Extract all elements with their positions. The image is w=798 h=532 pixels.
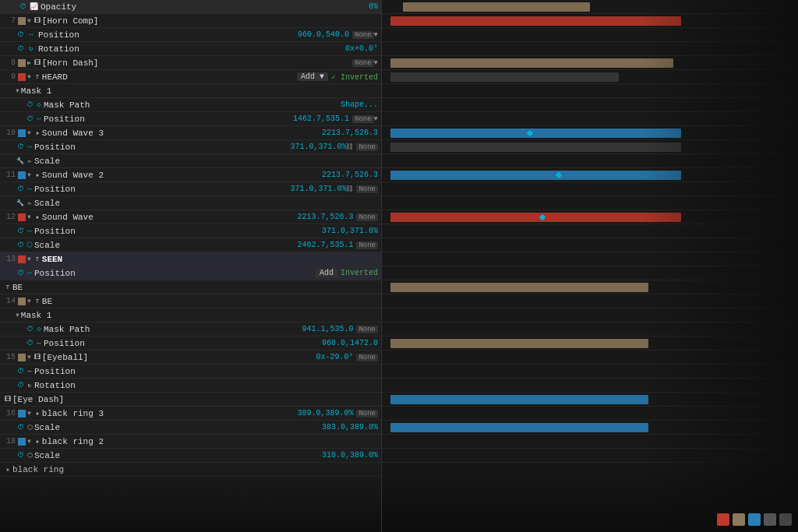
layer-value: 960.0,540.0	[298, 30, 349, 39]
layer-value: 2213.7,526.3	[322, 171, 378, 179]
layer-value: Shape...	[341, 100, 378, 109]
layer-row[interactable]: ⏱ ↔ Position 1462.7,535.1 None ▼	[0, 112, 381, 126]
position-icon: ↔	[34, 115, 44, 124]
timeline-row	[382, 365, 798, 379]
layer-row[interactable]: 8 ▶ 🎞 [Horn Dash] None ▼	[0, 56, 381, 70]
layer-row[interactable]: ⏱ ⬡ Scale 383.0,389.0%	[0, 421, 381, 435]
timeline-row	[382, 393, 798, 407]
dropdown-icon: ▼	[374, 115, 378, 123]
layer-row[interactable]: ⏱ ↻ Rotation	[0, 379, 381, 393]
layer-name: Mask 1	[21, 311, 378, 320]
expand-icon: ▼	[16, 87, 19, 94]
timeline-row	[382, 266, 798, 280]
layer-row[interactable]: T BE	[0, 280, 381, 294]
layer-name: Scale	[34, 241, 297, 250]
expand-icon: ▼	[27, 410, 31, 417]
layer-row[interactable]: 10 ▼ ★ Sound Wave 3 2213.7,526.3	[0, 126, 381, 140]
add-button[interactable]: Add ▼	[297, 72, 328, 81]
position-icon: ↔	[25, 367, 34, 376]
graph-icon: 📈	[29, 2, 38, 12]
add-button[interactable]: Add	[316, 269, 337, 277]
icon-blue	[748, 513, 761, 526]
layer-row[interactable]: ⏱ ↔ Position 371.0,371.0%	[0, 224, 381, 238]
layer-row[interactable]: ⏱ ⬡ Scale 310.0,389.0%	[0, 449, 381, 463]
timeline-row	[382, 421, 798, 435]
expand-icon: ▼	[27, 171, 31, 178]
layer-color	[18, 171, 26, 179]
layer-row[interactable]: ⏱ ⬡ Scale 2462.7,535.1 None	[0, 238, 381, 252]
layer-row[interactable]: 15 ▼ 🎞 [Eyeball] 0x-29.0° None	[0, 351, 381, 365]
timeline-bar	[390, 58, 673, 68]
layer-number: 8	[3, 58, 16, 67]
layer-row[interactable]: 16 ▼ ★ black ring 3 389.0,389.0% None	[0, 407, 381, 421]
layer-row[interactable]: ⏱ ↔ Position Add Inverted	[0, 266, 381, 280]
timeline-row	[382, 56, 798, 70]
layer-row[interactable]: 18 ▼ ★ black ring 2	[0, 435, 381, 449]
layer-row[interactable]: ⏱ ↔ Position 960.0,540.0 None ▼	[0, 28, 381, 42]
layer-name: black ring 2	[42, 437, 378, 446]
timeline-bar	[403, 2, 590, 12]
layer-number: 9	[3, 72, 16, 81]
layer-name: black ring	[12, 465, 378, 474]
none-badge: None	[356, 354, 378, 361]
layer-row[interactable]: 12 ▼ ★ Sound Wave 2213.7,526.3 None	[0, 210, 381, 224]
layer-row[interactable]: 11 ▼ ★ Sound Wave 2 2213.7,526.3	[0, 168, 381, 182]
layer-color	[18, 438, 26, 446]
timeline-row	[382, 112, 798, 126]
expand-icon: ▼	[27, 213, 31, 220]
star-icon: ★	[3, 465, 12, 474]
layer-row[interactable]: ⏱ ↔ Position	[0, 365, 381, 379]
timeline-row	[382, 0, 798, 14]
layer-number: 11	[3, 171, 16, 179]
layer-value: 383.0,389.0%	[322, 423, 378, 432]
timeline-bar	[390, 339, 648, 348]
layer-name: Sound Wave 3	[42, 129, 322, 138]
path-icon: ◇	[34, 100, 44, 110]
layer-row[interactable]: 🔧 ✏ Scale	[0, 154, 381, 168]
dropdown-icon: ▼	[374, 31, 378, 39]
stopwatch-icon: ⏱	[18, 2, 27, 12]
layer-row[interactable]: 7 ▼ 🎞 [Horn Comp]	[0, 14, 381, 28]
layer-row[interactable]: ⏱ 📈 Opacity 0%	[0, 0, 381, 14]
timeline-bar	[390, 423, 648, 432]
layer-color	[18, 410, 26, 417]
layer-row-seen[interactable]: 13 ▼ T SEEN	[0, 252, 381, 266]
layer-row-rotation[interactable]: ⏱ ↻ Rotation 0x+0.0°	[0, 42, 381, 56]
layer-row[interactable]: 9 ▼ T HEARD Add ▼ ✓ Inverted	[0, 70, 381, 84]
edit-icon: ✏	[25, 199, 34, 208]
stopwatch-icon: ⏱	[16, 423, 25, 432]
layer-row[interactable]: ▼ Mask 1	[0, 84, 381, 98]
layer-row[interactable]: ▼ Mask 1	[0, 308, 381, 322]
layer-name: black ring 3	[42, 409, 298, 418]
expand-icon: ▼	[27, 298, 31, 305]
timeline-row	[382, 351, 798, 365]
timeline-panel[interactable]	[382, 0, 798, 532]
layer-name: SEEN	[42, 255, 378, 264]
layer-number: 13	[3, 255, 16, 263]
layer-row[interactable]: ⏱ ◇ Mask Path Shape...	[0, 98, 381, 112]
layer-color	[18, 17, 26, 25]
layer-row[interactable]: ⏱ ↔ Position 960.0,1472.0	[0, 336, 381, 351]
stopwatch-icon: ⏱	[16, 269, 25, 278]
layer-row[interactable]: 🔧 ✏ Scale	[0, 196, 381, 210]
layer-name: Mask 1	[21, 86, 378, 96]
none-badge: None	[356, 185, 378, 193]
layer-row[interactable]: ⏱ ↔ Position 371.0,371.0% ⛓ None	[0, 140, 381, 154]
layer-name: [Eye Dash]	[12, 395, 378, 404]
scale-icon: ⬡	[25, 241, 34, 250]
edit-icon: ✏	[25, 157, 34, 166]
timeline-row	[382, 322, 798, 336]
expand-icon: ▼	[27, 354, 31, 361]
timeline-row	[382, 294, 798, 308]
layer-row[interactable]: 14 ▼ T BE	[0, 294, 381, 308]
layer-name: BE	[12, 283, 378, 292]
expand-icon: ▼	[16, 312, 19, 319]
layer-row[interactable]: ⏱ ◇ Mask Path 941.1,535.0 None	[0, 322, 381, 336]
layer-name: Position	[44, 115, 293, 124]
layer-row[interactable]: 🎞 [Eye Dash]	[0, 393, 381, 407]
timeline-row	[382, 168, 798, 182]
link-icon: ⛓	[346, 143, 353, 151]
layer-row[interactable]: ★ black ring	[0, 463, 381, 477]
layer-number: 15	[3, 353, 16, 361]
layer-row[interactable]: ⏱ ↔ Position 371.0,371.0% ⛓ None	[0, 182, 381, 196]
